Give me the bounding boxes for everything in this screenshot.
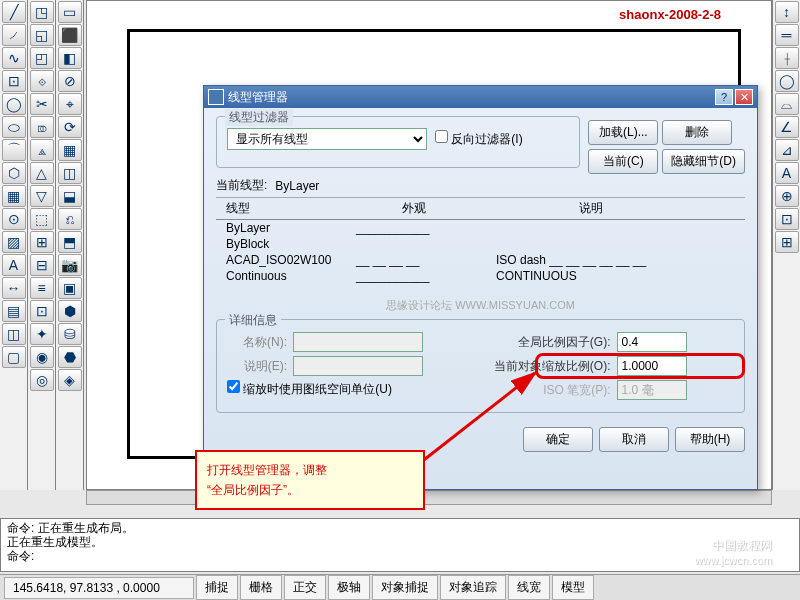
horizontal-scrollbar[interactable] — [86, 490, 772, 505]
object-scale-input[interactable] — [617, 356, 687, 376]
linetype-list[interactable]: 线型 外观 说明 ByLayer___________ ByBlock ACAD… — [216, 197, 745, 313]
tool-icon[interactable]: A — [775, 162, 799, 184]
tool-icon[interactable]: ⌒ — [2, 139, 26, 161]
linetype-row: ACAD_ISO02W100__ __ __ __ISO dash __ __ … — [216, 252, 745, 268]
global-scale-input[interactable] — [617, 332, 687, 352]
delete-button[interactable]: 删除 — [662, 120, 732, 145]
status-toggle[interactable]: 线宽 — [508, 575, 550, 600]
object-scale-label: 当前对象缩放比例(O): — [481, 358, 611, 375]
status-toggle[interactable]: 模型 — [552, 575, 594, 600]
vertical-toolbar-2: ◳ ◱ ◰ ⟐ ✂ ⎄ ⟁ △ ▽ ⬚ ⊞ ⊟ ≡ ⊡ ✦ ◉ ◎ — [28, 0, 56, 490]
tool-icon[interactable]: ✂ — [30, 93, 54, 115]
tool-icon[interactable]: ∠ — [775, 116, 799, 138]
tool-icon[interactable]: ✦ — [30, 323, 54, 345]
tool-icon[interactable]: ↕ — [775, 1, 799, 23]
tool-icon[interactable]: ⊡ — [2, 70, 26, 92]
status-toggle[interactable]: 栅格 — [240, 575, 282, 600]
reverse-filter-checkbox[interactable]: 反向过滤器(I) — [435, 130, 523, 148]
linetype-row: Continuous___________CONTINUOUS — [216, 268, 745, 284]
tool-icon[interactable]: ⬡ — [2, 162, 26, 184]
tool-icon[interactable]: ⟐ — [30, 70, 54, 92]
tool-icon[interactable]: ▤ — [2, 300, 26, 322]
tool-icon[interactable]: ⬛ — [58, 24, 82, 46]
tool-icon[interactable]: ◫ — [58, 162, 82, 184]
tool-icon[interactable]: ◯ — [2, 93, 26, 115]
tool-icon[interactable]: ⟊ — [775, 47, 799, 69]
tool-icon[interactable]: ⊞ — [30, 231, 54, 253]
tool-icon[interactable]: ⊡ — [775, 208, 799, 230]
current-linetype-value: ByLayer — [275, 179, 319, 193]
tool-icon[interactable]: ⟁ — [30, 139, 54, 161]
status-toggle[interactable]: 对象追踪 — [440, 575, 506, 600]
tool-icon[interactable]: ◈ — [58, 369, 82, 391]
linetype-manager-dialog: 线型管理器 ? ✕ 线型过滤器 显示所有线型 反向过滤器(I) 加载(L)...… — [203, 85, 758, 490]
tool-icon[interactable]: ⎄ — [30, 116, 54, 138]
tool-icon[interactable]: ◯ — [775, 70, 799, 92]
filter-select[interactable]: 显示所有线型 — [227, 128, 427, 150]
command-line[interactable]: 命令: 正在重生成布局。 正在重生成模型。 命令: — [0, 518, 800, 572]
tool-icon[interactable]: ⊿ — [775, 139, 799, 161]
current-button[interactable]: 当前(C) — [588, 149, 658, 174]
tool-icon[interactable]: ≡ — [30, 277, 54, 299]
author-watermark: shaonx-2008-2-8 — [619, 7, 721, 22]
close-icon[interactable]: ✕ — [735, 89, 753, 105]
paper-units-checkbox[interactable]: 缩放时使用图纸空间单位(U) — [227, 380, 392, 398]
tool-icon[interactable]: ↔ — [2, 277, 26, 299]
tool-icon[interactable]: ⟋ — [2, 24, 26, 46]
tool-icon[interactable]: ◎ — [30, 369, 54, 391]
tool-icon[interactable]: ∿ — [2, 47, 26, 69]
col-appearance: 外观 — [392, 200, 568, 217]
tool-icon[interactable]: ⬓ — [58, 185, 82, 207]
tool-icon[interactable]: △ — [30, 162, 54, 184]
tool-icon[interactable]: ⬒ — [58, 231, 82, 253]
vertical-toolbar-3: ▭ ⬛ ◧ ⊘ ⌖ ⟳ ▦ ◫ ⬓ ⎌ ⬒ 📷 ▣ ⬢ ⛁ ⬣ ◈ — [56, 0, 84, 490]
tool-icon[interactable]: ▦ — [2, 185, 26, 207]
tool-icon[interactable]: ╱ — [2, 1, 26, 23]
tool-icon[interactable]: ⛁ — [58, 323, 82, 345]
tool-icon[interactable]: ⊘ — [58, 70, 82, 92]
tool-icon[interactable]: ▨ — [2, 231, 26, 253]
cancel-button[interactable]: 取消 — [599, 427, 669, 452]
linetype-row: ByLayer___________ — [216, 220, 745, 236]
tool-icon[interactable]: ◰ — [30, 47, 54, 69]
status-toggle[interactable]: 正交 — [284, 575, 326, 600]
tool-icon[interactable]: ⌖ — [58, 93, 82, 115]
vertical-toolbar-1: ╱ ⟋ ∿ ⊡ ◯ ⬭ ⌒ ⬡ ▦ ⊙ ▨ A ↔ ▤ ◫ ▢ — [0, 0, 28, 490]
tool-icon[interactable]: ⬢ — [58, 300, 82, 322]
tool-icon[interactable]: ◫ — [2, 323, 26, 345]
tool-icon[interactable]: ◱ — [30, 24, 54, 46]
status-toggle[interactable]: 捕捉 — [196, 575, 238, 600]
tool-icon[interactable]: ⌓ — [775, 93, 799, 115]
tool-icon[interactable]: ═ — [775, 24, 799, 46]
tool-icon[interactable]: ⬚ — [30, 208, 54, 230]
col-linetype: 线型 — [216, 200, 392, 217]
tool-icon[interactable]: ⟳ — [58, 116, 82, 138]
tool-icon[interactable]: ⬭ — [2, 116, 26, 138]
tool-icon[interactable]: ◳ — [30, 1, 54, 23]
load-button[interactable]: 加载(L)... — [588, 120, 658, 145]
tool-icon[interactable]: ▭ — [58, 1, 82, 23]
ok-button[interactable]: 确定 — [523, 427, 593, 452]
tool-icon[interactable]: 📷 — [58, 254, 82, 276]
tool-icon[interactable]: ▽ — [30, 185, 54, 207]
tool-icon[interactable]: ▢ — [2, 346, 26, 368]
tool-icon[interactable]: ⬣ — [58, 346, 82, 368]
status-toggle[interactable]: 对象捕捉 — [372, 575, 438, 600]
tool-icon[interactable]: A — [2, 254, 26, 276]
help-button[interactable]: 帮助(H) — [675, 427, 745, 452]
tool-icon[interactable]: ⊞ — [775, 231, 799, 253]
tool-icon[interactable]: ⎌ — [58, 208, 82, 230]
name-label: 名称(N): — [227, 334, 287, 351]
tool-icon[interactable]: ⊟ — [30, 254, 54, 276]
tool-icon[interactable]: ▣ — [58, 277, 82, 299]
tool-icon[interactable]: ⊕ — [775, 185, 799, 207]
tool-icon[interactable]: ◉ — [30, 346, 54, 368]
tool-icon[interactable]: ◧ — [58, 47, 82, 69]
tool-icon[interactable]: ⊙ — [2, 208, 26, 230]
help-icon[interactable]: ? — [715, 89, 733, 105]
tool-icon[interactable]: ▦ — [58, 139, 82, 161]
hide-detail-button[interactable]: 隐藏细节(D) — [662, 149, 745, 174]
status-toggle[interactable]: 极轴 — [328, 575, 370, 600]
tool-icon[interactable]: ⊡ — [30, 300, 54, 322]
dialog-titlebar[interactable]: 线型管理器 ? ✕ — [204, 86, 757, 108]
